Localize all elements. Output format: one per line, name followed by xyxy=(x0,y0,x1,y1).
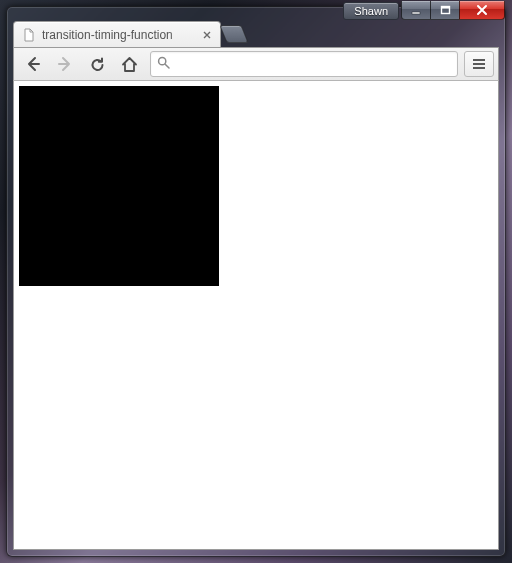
maximize-icon xyxy=(440,5,451,16)
menu-button[interactable] xyxy=(464,51,494,77)
tab-title: transition-timing-function xyxy=(42,28,200,42)
home-icon xyxy=(121,56,138,73)
user-badge[interactable]: Shawn xyxy=(343,2,399,20)
maximize-button[interactable] xyxy=(430,1,460,20)
minimize-button[interactable] xyxy=(401,1,431,20)
tab-strip: transition-timing-function xyxy=(13,21,499,47)
user-badge-label: Shawn xyxy=(354,5,388,17)
minimize-icon xyxy=(411,5,422,16)
back-button[interactable] xyxy=(18,50,48,78)
arrow-right-icon xyxy=(56,55,74,73)
new-tab-button[interactable] xyxy=(219,25,248,43)
address-bar[interactable] xyxy=(150,51,458,77)
browser-window: Shawn transition-timing-function xyxy=(6,6,506,557)
svg-rect-2 xyxy=(441,6,449,8)
forward-button[interactable] xyxy=(50,50,80,78)
svg-line-4 xyxy=(165,64,169,68)
browser-tab[interactable]: transition-timing-function xyxy=(13,21,221,47)
svg-rect-0 xyxy=(412,12,420,14)
x-icon xyxy=(203,31,211,39)
page-viewport xyxy=(13,81,499,550)
hamburger-icon xyxy=(472,58,486,70)
reload-button[interactable] xyxy=(82,50,112,78)
address-input[interactable] xyxy=(176,57,451,72)
arrow-left-icon xyxy=(24,55,42,73)
home-button[interactable] xyxy=(114,50,144,78)
reload-icon xyxy=(89,56,106,73)
close-button[interactable] xyxy=(459,1,505,20)
file-icon xyxy=(22,28,36,42)
demo-box xyxy=(19,86,219,286)
search-icon xyxy=(157,55,170,73)
tab-close-button[interactable] xyxy=(200,28,214,42)
browser-toolbar xyxy=(13,47,499,81)
close-icon xyxy=(476,4,488,16)
window-controls xyxy=(402,1,505,20)
